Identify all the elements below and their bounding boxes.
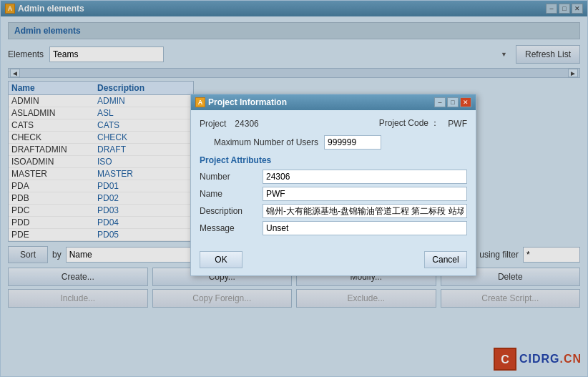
project-attrs-label: Project Attributes — [200, 155, 467, 165]
description-row: Description — [200, 204, 467, 218]
description-input[interactable] — [263, 204, 467, 218]
message-row: Message — [200, 221, 467, 235]
number-label: Number — [200, 172, 257, 182]
message-input[interactable] — [263, 221, 467, 235]
dialog-title: Project Information — [208, 97, 287, 107]
project-value: 24306 — [235, 119, 258, 129]
dialog-minimize-button[interactable]: – — [434, 97, 446, 107]
dialog-maximize-button[interactable]: □ — [447, 97, 459, 107]
dialog-title-buttons: – □ ✕ — [434, 97, 471, 107]
number-row: Number — [200, 170, 467, 184]
dialog-ok-button[interactable]: OK — [200, 251, 242, 268]
message-label: Message — [200, 223, 257, 233]
project-info-dialog: A Project Information – □ ✕ Project 2430… — [190, 94, 476, 276]
max-users-row: Maximum Number of Users — [200, 135, 467, 150]
max-users-input[interactable] — [324, 135, 381, 150]
dialog-top-row: Project 24306 Project Code ： PWF — [200, 117, 467, 129]
number-input[interactable] — [263, 170, 467, 184]
project-code-label: Project Code ： — [379, 117, 440, 129]
description-label: Description — [200, 206, 257, 216]
dialog-close-button[interactable]: ✕ — [460, 97, 471, 107]
dialog-content: Project 24306 Project Code ： PWF Maximum… — [191, 110, 476, 245]
dialog-cancel-button[interactable]: Cancel — [424, 251, 467, 268]
main-window: A Admin elements – □ ✕ Admin elements El… — [0, 0, 588, 377]
dialog-title-bar: A Project Information – □ ✕ — [191, 94, 476, 110]
max-users-label: Maximum Number of Users — [214, 137, 318, 147]
dialog-title-left: A Project Information — [195, 97, 287, 107]
project-field: Project 24306 — [200, 119, 259, 129]
dialog-app-icon: A — [195, 97, 205, 107]
name-label: Name — [200, 189, 257, 199]
project-code-field: Project Code ： PWF — [379, 117, 467, 129]
dialog-footer: OK Cancel — [191, 245, 476, 275]
name-row: Name — [200, 187, 467, 201]
name-input[interactable] — [263, 187, 467, 201]
project-code-value: PWF — [448, 119, 467, 129]
project-label: Project — [200, 119, 226, 129]
